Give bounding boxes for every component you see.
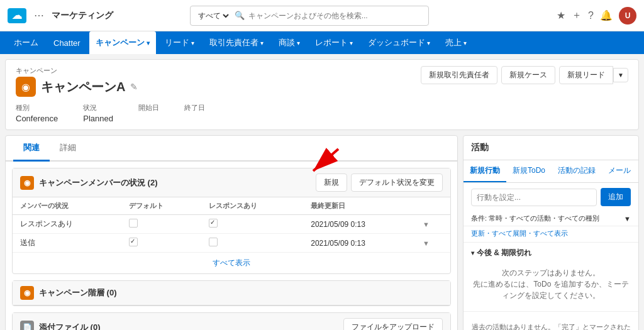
filter-icon[interactable]: ▼: [624, 215, 631, 223]
left-panel-scroll: ◉ キャンペーンメンバーの状況 (2) 新規 デフォルト状況を変更 メンバーの状…: [6, 162, 457, 330]
checkbox-response-1[interactable]: [209, 219, 218, 228]
col-updated: 最終更新日: [303, 197, 415, 215]
nav-label-home: ホーム: [14, 37, 38, 48]
campaign-hierarchy-icon: ◉: [20, 286, 34, 300]
left-panel-tabs: 関連 詳細: [6, 136, 457, 162]
campaign-icon: ◉: [21, 81, 30, 93]
new-lead-dropdown-icon[interactable]: ▼: [613, 68, 628, 82]
campaign-members-title: ◉ キャンペーンメンバーの状況 (2): [20, 176, 158, 190]
new-member-button[interactable]: 新規: [316, 173, 347, 192]
checkbox-response-2[interactable]: [209, 238, 218, 246]
nav-item-contact[interactable]: 取引先責任者 ▾: [203, 31, 270, 54]
checkbox-default-2[interactable]: [129, 238, 138, 246]
activity-tab-new[interactable]: 新規行動: [464, 160, 506, 182]
activity-input[interactable]: [471, 189, 597, 206]
sales-caret-icon: ▾: [464, 40, 467, 47]
activity-header: 活動: [464, 136, 638, 160]
activity-tab-record[interactable]: 活動の記録: [552, 160, 602, 182]
edit-icon[interactable]: ✎: [130, 82, 138, 92]
avatar[interactable]: U: [619, 7, 636, 25]
meta-end: 終了日: [184, 103, 205, 123]
tab-detail-label: 詳細: [60, 143, 76, 152]
avatar-initials: U: [625, 11, 631, 20]
nav-label-dashboard: ダッシュボード: [368, 37, 425, 48]
col-status: メンバーの状況: [13, 197, 121, 215]
update-expand-link[interactable]: 更新・すべて展開・すべて表示: [471, 229, 568, 237]
nav-item-dashboard[interactable]: ダッシュボード ▾: [362, 31, 436, 54]
row1-default: [121, 215, 201, 234]
help-icon[interactable]: ?: [588, 10, 594, 21]
row2-updated: 2021/05/09 0:13: [303, 234, 415, 253]
change-default-status-button[interactable]: デフォルト状況を変更: [351, 173, 443, 192]
meta-status-label: 状況: [83, 103, 113, 113]
nav-item-campaign[interactable]: キャンペーン ▾: [89, 31, 156, 54]
row2-response: [201, 234, 303, 253]
activity-tab-todo-label: 新規ToDo: [513, 166, 545, 175]
past-message: 過去の活動はありません。「完了」とマークされた過去のミーティングと ToDo が…: [471, 322, 631, 330]
activity-past-section: 過去の活動はありません。「完了」とマークされた過去のミーティングと ToDo が…: [464, 312, 638, 330]
new-lead-button[interactable]: 新規リード: [559, 66, 613, 84]
next-step-hint: 先に進めるには、ToDo を追加するか、ミーティングを設定してください。: [471, 278, 631, 301]
nav-label-opportunity: 商談: [279, 37, 295, 48]
show-all-members[interactable]: すべて表示: [13, 253, 450, 273]
salesforce-logo: ☁: [8, 8, 26, 23]
meta-start-label: 開始日: [138, 103, 159, 113]
campaign-type-icon: ◉: [16, 77, 36, 97]
row-arrow-icon-1: ▼: [423, 221, 430, 228]
upload-file-button[interactable]: ファイルをアップロード: [343, 318, 443, 330]
campaign-caret-icon: ▾: [147, 40, 150, 47]
cloud-icon: ☁: [12, 9, 22, 21]
nav-item-opportunity[interactable]: 商談 ▾: [272, 31, 306, 54]
row1-arrow: ▼: [415, 215, 450, 234]
activity-tab-email-label: メール: [608, 166, 631, 175]
add-icon[interactable]: ＋: [572, 9, 582, 22]
campaign-members-section: ◉ キャンペーンメンバーの状況 (2) 新規 デフォルト状況を変更 メンバーの状…: [12, 168, 451, 274]
tab-related-label: 関連: [23, 143, 40, 152]
nav-item-lead[interactable]: リード ▾: [158, 31, 201, 54]
checkbox-default-1[interactable]: [129, 219, 138, 228]
no-steps-message: 次のステップはありません。: [471, 267, 631, 278]
navbar: ホーム Chatter キャンペーン ▾ リード ▾ 取引先責任者 ▾ 商談 ▾…: [0, 31, 644, 54]
activity-tabs: 新規行動 新規ToDo 活動の記録 メール: [464, 160, 638, 183]
campaign-members-actions: 新規 デフォルト状況を変更: [316, 173, 443, 192]
show-all-link[interactable]: すべて表示: [213, 258, 250, 267]
app-name: マーケティング: [52, 10, 113, 21]
col-response: レスポンスあり: [201, 197, 303, 215]
new-contact-button[interactable]: 新規取引先責任者: [421, 66, 497, 84]
tab-detail[interactable]: 詳細: [50, 136, 86, 162]
add-activity-button[interactable]: 追加: [601, 188, 631, 206]
activity-section-label: 今後 & 期限切れ: [477, 248, 531, 258]
main-content: 関連 詳細 ◉ キャンペーンメンバーの状況 (2) 新規 デフォルト状況を変更: [0, 135, 644, 330]
row2-arrow: ▼: [415, 234, 450, 253]
row2-default: [121, 234, 201, 253]
search-input[interactable]: [248, 11, 423, 20]
new-case-button[interactable]: 新規ケース: [501, 66, 555, 84]
row1-updated: 2021/05/09 0:13: [303, 215, 415, 234]
tab-related[interactable]: 関連: [13, 136, 50, 162]
row-arrow-icon-2: ▼: [423, 239, 430, 247]
campaign-members-icon: ◉: [20, 176, 34, 190]
notification-icon[interactable]: 🔔: [600, 9, 613, 21]
new-lead-split-button: 新規リード ▼: [559, 66, 628, 84]
nav-item-report[interactable]: レポート ▾: [309, 31, 359, 54]
grid-icon[interactable]: ⋯: [34, 9, 44, 21]
nav-item-home[interactable]: ホーム: [8, 31, 45, 54]
activity-empty-message: 次のステップはありません。 先に進めるには、ToDo を追加するか、ミーティング…: [471, 262, 631, 306]
nav-item-sales[interactable]: 売上 ▾: [439, 31, 473, 54]
search-bar[interactable]: すべて 🔍: [190, 6, 429, 26]
campaign-members-label: キャンペーンメンバーの状況 (2): [39, 177, 158, 189]
page-meta: 種別 Conference 状況 Planned 開始日 終了日: [16, 103, 628, 123]
past-activity-message: 過去の活動はありません。「完了」とマークされた過去のミーティングと ToDo が…: [471, 317, 631, 330]
nav-label-contact: 取引先責任者: [209, 37, 258, 48]
nav-item-chatter[interactable]: Chatter: [47, 31, 87, 54]
topbar: ☁ ⋯ マーケティング すべて 🔍 ★ ＋ ? 🔔 U: [0, 0, 644, 31]
activity-tab-todo[interactable]: 新規ToDo: [506, 160, 552, 182]
meta-type: 種別 Conference: [16, 103, 58, 123]
favorites-icon[interactable]: ★: [557, 9, 565, 21]
activity-tab-email[interactable]: メール: [602, 160, 637, 182]
search-scope-select[interactable]: すべて: [196, 11, 231, 21]
page-header: キャンペーン ◉ キャンペーンA ✎ 新規取引先責任者 新規ケース 新規リード …: [5, 59, 639, 130]
campaign-members-header: ◉ キャンペーンメンバーの状況 (2) 新規 デフォルト状況を変更: [13, 168, 450, 197]
col-default: デフォルト: [121, 197, 201, 215]
meta-status: 状況 Planned: [83, 103, 113, 123]
